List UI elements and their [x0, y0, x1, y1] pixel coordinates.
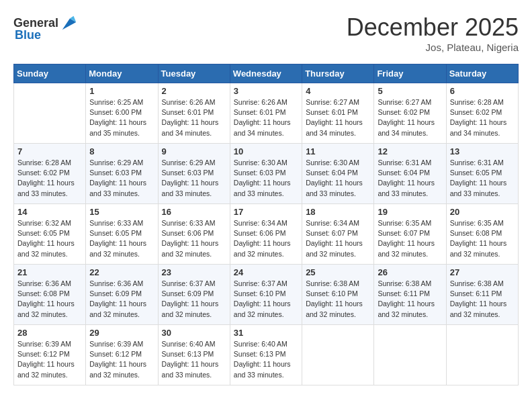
calendar-cell: 22Sunrise: 6:36 AM Sunset: 6:09 PM Dayli…	[86, 265, 158, 325]
calendar-cell: 14Sunrise: 6:32 AM Sunset: 6:05 PM Dayli…	[14, 204, 86, 265]
day-info: Sunrise: 6:29 AM Sunset: 6:03 PM Dayligh…	[89, 158, 154, 199]
day-info: Sunrise: 6:40 AM Sunset: 6:13 PM Dayligh…	[162, 339, 226, 380]
day-number: 28	[17, 328, 82, 338]
day-info: Sunrise: 6:26 AM Sunset: 6:01 PM Dayligh…	[162, 97, 226, 138]
calendar-cell: 31Sunrise: 6:40 AM Sunset: 6:13 PM Dayli…	[230, 325, 302, 385]
day-info: Sunrise: 6:36 AM Sunset: 6:08 PM Dayligh…	[17, 279, 82, 320]
calendar-cell: 6Sunrise: 6:28 AM Sunset: 6:02 PM Daylig…	[446, 83, 518, 144]
calendar-cell: 13Sunrise: 6:31 AM Sunset: 6:05 PM Dayli…	[446, 144, 518, 204]
day-number: 27	[450, 267, 515, 277]
day-number: 24	[234, 267, 298, 277]
day-number: 10	[234, 146, 298, 156]
day-info: Sunrise: 6:38 AM Sunset: 6:11 PM Dayligh…	[450, 279, 515, 320]
calendar-cell: 11Sunrise: 6:30 AM Sunset: 6:04 PM Dayli…	[302, 144, 374, 204]
day-info: Sunrise: 6:39 AM Sunset: 6:12 PM Dayligh…	[17, 339, 82, 380]
calendar-cell: 16Sunrise: 6:33 AM Sunset: 6:06 PM Dayli…	[158, 204, 230, 265]
day-number: 12	[378, 146, 442, 156]
day-number: 1	[89, 86, 154, 96]
calendar-cell: 12Sunrise: 6:31 AM Sunset: 6:04 PM Dayli…	[374, 144, 446, 204]
day-info: Sunrise: 6:30 AM Sunset: 6:03 PM Dayligh…	[234, 158, 298, 199]
day-info: Sunrise: 6:28 AM Sunset: 6:02 PM Dayligh…	[450, 97, 515, 138]
day-info: Sunrise: 6:27 AM Sunset: 6:01 PM Dayligh…	[306, 97, 370, 138]
day-number: 9	[162, 146, 226, 156]
calendar-cell: 26Sunrise: 6:38 AM Sunset: 6:11 PM Dayli…	[374, 265, 446, 325]
day-number: 26	[378, 267, 442, 277]
day-info: Sunrise: 6:34 AM Sunset: 6:07 PM Dayligh…	[306, 218, 370, 259]
calendar-cell	[14, 83, 86, 144]
title-block: December 2025 Jos, Plateau, Nigeria	[347, 13, 519, 53]
day-of-week-header: Monday	[86, 64, 158, 83]
logo-icon	[60, 13, 79, 32]
day-info: Sunrise: 6:38 AM Sunset: 6:11 PM Dayligh…	[378, 279, 442, 320]
calendar-cell: 18Sunrise: 6:34 AM Sunset: 6:07 PM Dayli…	[302, 204, 374, 265]
day-number: 17	[234, 207, 298, 217]
day-number: 11	[306, 146, 370, 156]
calendar-cell: 20Sunrise: 6:35 AM Sunset: 6:08 PM Dayli…	[446, 204, 518, 265]
day-number: 29	[89, 328, 154, 338]
calendar-cell: 28Sunrise: 6:39 AM Sunset: 6:12 PM Dayli…	[14, 325, 86, 385]
calendar-week-row: 21Sunrise: 6:36 AM Sunset: 6:08 PM Dayli…	[14, 265, 519, 325]
calendar-cell: 10Sunrise: 6:30 AM Sunset: 6:03 PM Dayli…	[230, 144, 302, 204]
days-of-week-row: SundayMondayTuesdayWednesdayThursdayFrid…	[14, 64, 519, 83]
day-number: 6	[450, 86, 515, 96]
day-number: 8	[89, 146, 154, 156]
day-info: Sunrise: 6:38 AM Sunset: 6:10 PM Dayligh…	[306, 279, 370, 320]
calendar-cell: 23Sunrise: 6:37 AM Sunset: 6:09 PM Dayli…	[158, 265, 230, 325]
calendar-cell: 15Sunrise: 6:33 AM Sunset: 6:05 PM Dayli…	[86, 204, 158, 265]
day-info: Sunrise: 6:39 AM Sunset: 6:12 PM Dayligh…	[89, 339, 154, 380]
day-number: 15	[89, 207, 154, 217]
day-number: 3	[234, 86, 298, 96]
day-number: 14	[17, 207, 82, 217]
calendar-cell: 17Sunrise: 6:34 AM Sunset: 6:06 PM Dayli…	[230, 204, 302, 265]
calendar-cell: 8Sunrise: 6:29 AM Sunset: 6:03 PM Daylig…	[86, 144, 158, 204]
day-number: 31	[234, 328, 298, 338]
day-info: Sunrise: 6:33 AM Sunset: 6:06 PM Dayligh…	[162, 218, 226, 259]
day-info: Sunrise: 6:31 AM Sunset: 6:05 PM Dayligh…	[450, 158, 515, 199]
calendar-cell: 29Sunrise: 6:39 AM Sunset: 6:12 PM Dayli…	[86, 325, 158, 385]
calendar-cell: 30Sunrise: 6:40 AM Sunset: 6:13 PM Dayli…	[158, 325, 230, 385]
calendar-cell: 27Sunrise: 6:38 AM Sunset: 6:11 PM Dayli…	[446, 265, 518, 325]
day-of-week-header: Wednesday	[230, 64, 302, 83]
calendar-cell: 19Sunrise: 6:35 AM Sunset: 6:07 PM Dayli…	[374, 204, 446, 265]
calendar-week-row: 7Sunrise: 6:28 AM Sunset: 6:02 PM Daylig…	[14, 144, 519, 204]
location-subtitle: Jos, Plateau, Nigeria	[347, 42, 519, 53]
calendar-cell: 4Sunrise: 6:27 AM Sunset: 6:01 PM Daylig…	[302, 83, 374, 144]
calendar-cell: 2Sunrise: 6:26 AM Sunset: 6:01 PM Daylig…	[158, 83, 230, 144]
day-number: 16	[162, 207, 226, 217]
calendar-cell: 9Sunrise: 6:29 AM Sunset: 6:03 PM Daylig…	[158, 144, 230, 204]
day-number: 19	[378, 207, 442, 217]
month-year-title: December 2025	[347, 13, 519, 42]
day-number: 23	[162, 267, 226, 277]
day-of-week-header: Sunday	[14, 64, 86, 83]
calendar-cell: 25Sunrise: 6:38 AM Sunset: 6:10 PM Dayli…	[302, 265, 374, 325]
calendar-header: SundayMondayTuesdayWednesdayThursdayFrid…	[14, 64, 519, 83]
day-of-week-header: Thursday	[302, 64, 374, 83]
calendar-cell	[302, 325, 374, 385]
calendar-cell: 24Sunrise: 6:37 AM Sunset: 6:10 PM Dayli…	[230, 265, 302, 325]
calendar-cell: 7Sunrise: 6:28 AM Sunset: 6:02 PM Daylig…	[14, 144, 86, 204]
page-header: General Blue December 2025 Jos, Plateau,…	[13, 13, 519, 53]
calendar-body: 1Sunrise: 6:25 AM Sunset: 6:00 PM Daylig…	[14, 83, 519, 385]
day-info: Sunrise: 6:27 AM Sunset: 6:02 PM Dayligh…	[378, 97, 442, 138]
day-number: 4	[306, 86, 370, 96]
day-info: Sunrise: 6:35 AM Sunset: 6:08 PM Dayligh…	[450, 218, 515, 259]
day-info: Sunrise: 6:32 AM Sunset: 6:05 PM Dayligh…	[17, 218, 82, 259]
day-of-week-header: Tuesday	[158, 64, 230, 83]
day-number: 30	[162, 328, 226, 338]
calendar-cell: 21Sunrise: 6:36 AM Sunset: 6:08 PM Dayli…	[14, 265, 86, 325]
day-info: Sunrise: 6:37 AM Sunset: 6:09 PM Dayligh…	[162, 279, 226, 320]
day-number: 21	[17, 267, 82, 277]
day-info: Sunrise: 6:25 AM Sunset: 6:00 PM Dayligh…	[89, 97, 154, 138]
calendar-cell: 3Sunrise: 6:26 AM Sunset: 6:01 PM Daylig…	[230, 83, 302, 144]
day-number: 7	[17, 146, 82, 156]
day-info: Sunrise: 6:31 AM Sunset: 6:04 PM Dayligh…	[378, 158, 442, 199]
day-number: 18	[306, 207, 370, 217]
day-number: 13	[450, 146, 515, 156]
day-info: Sunrise: 6:35 AM Sunset: 6:07 PM Dayligh…	[378, 218, 442, 259]
day-info: Sunrise: 6:40 AM Sunset: 6:13 PM Dayligh…	[234, 339, 298, 380]
day-info: Sunrise: 6:30 AM Sunset: 6:04 PM Dayligh…	[306, 158, 370, 199]
logo: General Blue	[13, 13, 79, 42]
calendar-week-row: 28Sunrise: 6:39 AM Sunset: 6:12 PM Dayli…	[14, 325, 519, 385]
day-of-week-header: Friday	[374, 64, 446, 83]
calendar-week-row: 14Sunrise: 6:32 AM Sunset: 6:05 PM Dayli…	[14, 204, 519, 265]
